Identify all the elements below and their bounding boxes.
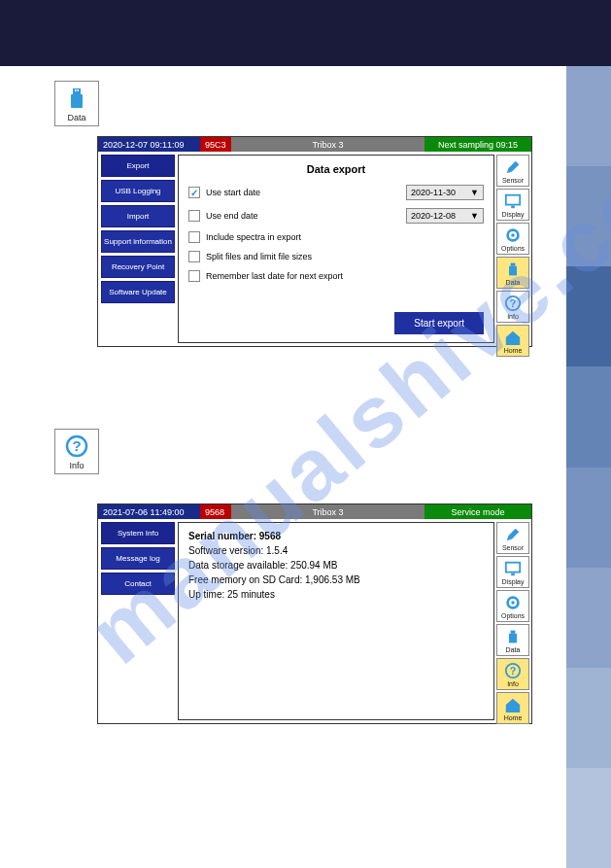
device-code: 9568 (200, 504, 231, 519)
software-version: Software version: 1.5.4 (188, 545, 484, 556)
start-date-value: 2020-11-30 (411, 188, 456, 197)
nav-options[interactable]: Options (496, 590, 529, 622)
checkbox-remember-date[interactable] (188, 270, 200, 282)
nav-display-label: Display (502, 211, 525, 218)
dropdown-arrow-icon: ▼ (470, 188, 479, 197)
nav-display[interactable]: Display (496, 189, 529, 221)
end-date-field[interactable]: 2020-12-08 ▼ (406, 208, 484, 224)
checkbox-include-spectra[interactable] (188, 231, 200, 243)
start-date-field[interactable]: 2020-11-30 ▼ (406, 185, 484, 200)
nav-sensor[interactable]: Sensor (496, 522, 529, 554)
window-title: Tribox 3 (231, 137, 424, 152)
nav-data-label: Data (506, 646, 521, 653)
svg-text:?: ? (510, 665, 517, 677)
nav-sensor-label: Sensor (502, 544, 524, 551)
monitor-icon (503, 191, 523, 211)
usb-icon (503, 627, 523, 646)
nav-sensor-label: Sensor (502, 177, 524, 184)
nav-info-label: Info (507, 313, 519, 320)
nav-options-label: Options (501, 245, 525, 252)
left-menu: Export USB Logging Import Support inform… (98, 152, 178, 346)
nav-sensor[interactable]: Sensor (496, 155, 529, 187)
menu-export[interactable]: Export (101, 155, 175, 177)
label-split-files: Split files and limit file sizes (206, 252, 312, 261)
svg-rect-2 (78, 89, 80, 91)
menu-software-update[interactable]: Software Update (101, 281, 175, 303)
timestamp: 2021-07-06 11:49:00 (98, 504, 200, 519)
status-service-mode: Service mode (424, 504, 531, 519)
svg-rect-4 (506, 195, 520, 205)
device-code: 95C3 (200, 137, 231, 152)
title-bar: 2021-07-06 11:49:00 9568 Tribox 3 Servic… (98, 504, 531, 519)
system-info-panel: 2021-07-06 11:49:00 9568 Tribox 3 Servic… (97, 503, 532, 724)
label-use-end-date: Use end date (206, 211, 258, 221)
menu-recovery-point[interactable]: Recovery Point (101, 256, 175, 278)
svg-rect-3 (71, 94, 83, 108)
nav-data[interactable]: Data (496, 257, 529, 289)
nav-home-label: Home (504, 714, 523, 721)
checkbox-split-files[interactable] (188, 251, 200, 262)
timestamp: 2020-12-07 09:11:09 (98, 137, 200, 152)
checkbox-use-start-date[interactable] (188, 187, 200, 198)
nav-info[interactable]: ?Info (496, 658, 529, 690)
question-icon: ? (503, 294, 523, 313)
question-icon: ? (63, 433, 90, 460)
pencil-icon (503, 525, 523, 544)
checkbox-use-end-date[interactable] (188, 210, 200, 222)
sd-free-memory: Free memory on SD Card: 1,906.53 MB (188, 574, 484, 585)
menu-import[interactable]: Import (101, 205, 175, 227)
menu-contact[interactable]: Contact (101, 573, 175, 595)
svg-rect-19 (509, 634, 517, 643)
label-include-spectra: Include spectra in export (206, 232, 301, 242)
svg-point-17 (511, 601, 515, 605)
nav-home[interactable]: Home (496, 692, 529, 724)
svg-point-7 (511, 233, 515, 237)
info-icon-label: Info (69, 461, 84, 470)
label-remember-date: Remember last date for next export (206, 271, 343, 281)
uptime: Up time: 25 minutes (188, 589, 484, 600)
nav-display-label: Display (502, 578, 525, 585)
document-header-bar (0, 0, 611, 66)
main-title: Data export (188, 163, 484, 175)
svg-rect-0 (73, 88, 81, 94)
nav-data[interactable]: Data (496, 624, 529, 656)
svg-rect-14 (506, 563, 520, 573)
svg-rect-5 (511, 206, 515, 209)
serial-number: Serial number: 9568 (188, 531, 484, 541)
start-export-button[interactable]: Start export (394, 312, 484, 334)
svg-rect-1 (75, 89, 77, 91)
gear-icon (503, 593, 523, 612)
nav-info[interactable]: ?Info (496, 291, 529, 323)
svg-text:?: ? (510, 297, 517, 309)
menu-usb-logging[interactable]: USB Logging (101, 180, 175, 202)
data-export-panel: 2020-12-07 09:11:09 95C3 Tribox 3 Next s… (97, 136, 532, 347)
menu-support-info[interactable]: Support information (101, 230, 175, 253)
home-icon (503, 695, 523, 714)
usb-icon (63, 85, 90, 112)
data-section-icon: Data (54, 81, 99, 126)
svg-rect-8 (511, 263, 516, 266)
monitor-icon (503, 559, 523, 578)
dropdown-arrow-icon: ▼ (470, 211, 479, 221)
main-area: Data export Use start date 2020-11-30 ▼ … (178, 155, 494, 343)
label-use-start-date: Use start date (206, 188, 260, 197)
nav-options[interactable]: Options (496, 223, 529, 255)
menu-message-log[interactable]: Message log (101, 547, 175, 570)
nav-data-label: Data (506, 279, 521, 286)
pencil-icon (503, 157, 523, 177)
info-section-icon: ? Info (54, 429, 99, 474)
svg-rect-18 (511, 631, 516, 634)
svg-rect-15 (511, 573, 515, 576)
status-next-sampling: Next sampling 09:15 (424, 137, 531, 152)
main-area: Serial number: 9568 Software version: 1.… (178, 522, 494, 720)
nav-home[interactable]: Home (496, 325, 529, 357)
nav-info-label: Info (507, 680, 519, 687)
left-menu: System Info Message log Contact (98, 519, 178, 723)
data-storage: Data storage available: 250.94 MB (188, 560, 484, 571)
data-icon-label: Data (67, 113, 85, 122)
title-bar: 2020-12-07 09:11:09 95C3 Tribox 3 Next s… (98, 137, 531, 152)
home-icon (503, 328, 523, 347)
menu-system-info[interactable]: System Info (101, 522, 175, 544)
nav-display[interactable]: Display (496, 556, 529, 588)
usb-icon (503, 260, 523, 279)
